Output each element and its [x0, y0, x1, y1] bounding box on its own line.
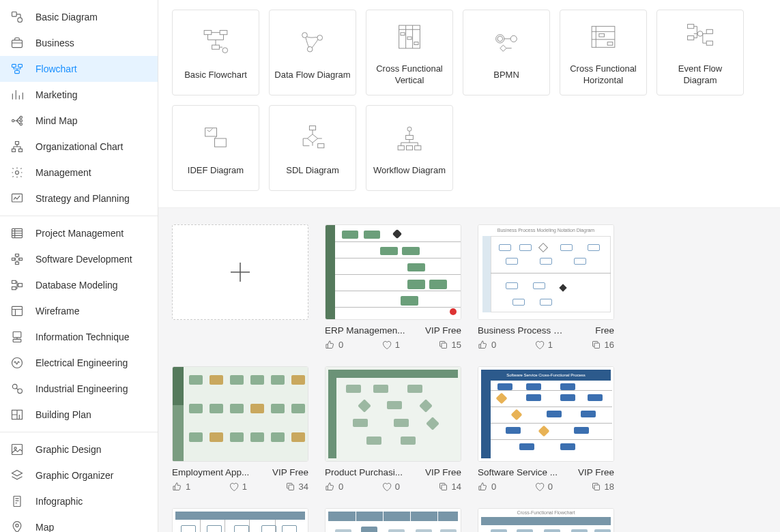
category-tile-cross-vertical[interactable]: Cross Functional Vertical: [366, 10, 453, 95]
svg-point-55: [697, 31, 703, 37]
sidebar-item-flowchart[interactable]: Flowchart: [0, 56, 158, 82]
svg-rect-42: [401, 33, 405, 35]
copy-stat[interactable]: 16: [591, 340, 614, 350]
category-tile-data-flow[interactable]: Data Flow Diagram: [269, 10, 356, 95]
sidebar-item-graphic-organizer[interactable]: Graphic Organizer: [0, 462, 158, 488]
category-tile-idef[interactable]: IDEF Diagram: [172, 105, 259, 191]
svg-rect-66: [594, 343, 600, 349]
template-business-process[interactable]: Business Process Modeling Notation Diagr…: [478, 224, 614, 350]
template-cross-functional[interactable]: Cross-Functional Flowchart: [478, 508, 614, 532]
category-tile-sdl[interactable]: SDL Diagram: [269, 105, 356, 191]
copy-stat[interactable]: 18: [591, 482, 614, 492]
category-tile-bpmn[interactable]: BPMN: [463, 10, 550, 95]
sidebar-item-mind-map[interactable]: Mind Map: [0, 108, 158, 134]
svg-point-26: [12, 358, 23, 368]
fav-stat[interactable]: 1: [229, 482, 247, 492]
template-blank-new[interactable]: [172, 224, 308, 320]
sidebar-item-label: Industrial Engineering: [35, 383, 128, 394]
sidebar-item-project-management[interactable]: Project Management: [0, 220, 158, 246]
business-icon: [10, 35, 25, 50]
project-mgmt-icon: [10, 226, 25, 241]
sidebar-item-label: Project Management: [35, 228, 124, 239]
svg-rect-30: [12, 445, 23, 455]
template-stats: 0 0 14: [325, 482, 461, 492]
category-tile-basic-flowchart[interactable]: Basic Flowchart: [172, 10, 259, 95]
template-software-service[interactable]: Software Service Cross-Functional Proces…: [478, 366, 614, 492]
sidebar-item-map[interactable]: Map: [0, 514, 158, 532]
svg-point-39: [317, 35, 323, 40]
template-stats: 0 0 18: [478, 482, 614, 492]
copy-icon: [438, 340, 448, 350]
template-title: Product Purchasi...: [325, 467, 403, 477]
svg-rect-4: [18, 64, 23, 67]
sidebar-item-info-tech[interactable]: Information Technique: [0, 324, 158, 350]
fav-stat[interactable]: 1: [381, 340, 400, 350]
like-count: 0: [338, 340, 343, 350]
svg-rect-35: [220, 30, 227, 34]
copy-icon: [591, 340, 601, 350]
sidebar-item-building-plan[interactable]: Building Plan: [0, 402, 158, 428]
sidebar-item-software-dev[interactable]: Software Development: [0, 246, 158, 272]
sidebar-item-db-modeling[interactable]: Database Modeling: [0, 272, 158, 298]
like-stat[interactable]: 0: [325, 482, 343, 492]
copy-count: 34: [299, 482, 308, 492]
like-count: 1: [186, 482, 190, 492]
sidebar-item-business[interactable]: Business: [0, 30, 158, 56]
sidebar-item-basic-diagram[interactable]: Basic Diagram: [0, 4, 158, 30]
svg-point-37: [222, 47, 228, 53]
category-tile-label: Cross Functional Vertical: [371, 63, 448, 87]
sidebar-item-strategy[interactable]: Strategy and Planning: [0, 186, 158, 211]
sidebar-item-label: Basic Diagram: [35, 12, 98, 23]
copy-stat[interactable]: 15: [438, 340, 461, 350]
copy-stat[interactable]: 14: [438, 482, 461, 492]
template-badge: VIP Free: [272, 467, 308, 477]
heart-icon: [229, 482, 239, 492]
copy-icon: [438, 482, 448, 492]
db-modeling-icon: [10, 278, 25, 293]
template-title: Employment App...: [172, 467, 249, 477]
svg-rect-61: [406, 135, 414, 139]
sidebar-item-management[interactable]: Management: [0, 160, 158, 186]
fav-stat[interactable]: 0: [534, 482, 553, 492]
svg-point-27: [12, 384, 17, 389]
fav-stat[interactable]: 1: [534, 340, 553, 350]
template-production-process[interactable]: Production Proce...VIP Free 0 0 5: [325, 508, 461, 532]
sidebar-item-marketing[interactable]: Marketing: [0, 82, 158, 108]
template-employment-app[interactable]: Employment App...VIP Free 1 1 34: [172, 366, 308, 492]
sidebar-item-elec-eng[interactable]: Electrical Engineering: [0, 350, 158, 376]
svg-point-13: [16, 171, 19, 175]
like-stat[interactable]: 0: [478, 482, 496, 492]
category-tile-workflow[interactable]: Workflow Diagram: [366, 105, 453, 191]
sidebar-item-infographic[interactable]: Infographic: [0, 488, 158, 514]
like-stat[interactable]: 0: [478, 340, 496, 350]
svg-rect-69: [594, 485, 600, 490]
svg-rect-65: [442, 343, 447, 349]
like-stat[interactable]: 0: [325, 340, 343, 350]
like-stat[interactable]: 1: [172, 482, 190, 492]
category-tile-cross-horizontal[interactable]: Cross Functional Horizontal: [560, 10, 647, 95]
category-tile-event-flow[interactable]: Event Flow Diagram: [656, 10, 744, 95]
sidebar-item-ind-eng[interactable]: Industrial Engineering: [0, 376, 158, 402]
basic-diagram-icon: [10, 10, 25, 25]
svg-rect-36: [212, 45, 220, 49]
template-erp-management[interactable]: ERP Managemen...VIP Free 0 1 15: [325, 224, 461, 350]
template-title: Software Service ...: [478, 467, 558, 477]
copy-stat[interactable]: 34: [285, 482, 308, 492]
template-sales-management[interactable]: Sales Management C...Free 0 0 5: [172, 508, 308, 532]
svg-point-60: [407, 127, 411, 131]
fav-stat[interactable]: 0: [381, 482, 400, 492]
template-product-purchasing[interactable]: Product Purchasi...VIP Free 0 0 14: [325, 366, 461, 492]
svg-rect-20: [12, 280, 16, 283]
fav-count: 1: [395, 340, 400, 350]
template-title: Business Process Mo...: [478, 325, 566, 336]
sidebar-item-label: Strategy and Planning: [35, 193, 130, 204]
category-grid: Basic FlowchartData Flow DiagramCross Fu…: [158, 0, 780, 208]
sidebar-item-wireframe[interactable]: Wireframe: [0, 298, 158, 324]
svg-rect-10: [16, 142, 19, 145]
sidebar-item-graphic-design[interactable]: Graphic Design: [0, 437, 158, 462]
svg-rect-12: [19, 149, 23, 151]
svg-rect-43: [407, 37, 411, 40]
copy-count: 18: [605, 482, 614, 492]
sidebar-item-org-chart[interactable]: Organizational Chart: [0, 134, 158, 160]
svg-rect-68: [442, 485, 447, 490]
